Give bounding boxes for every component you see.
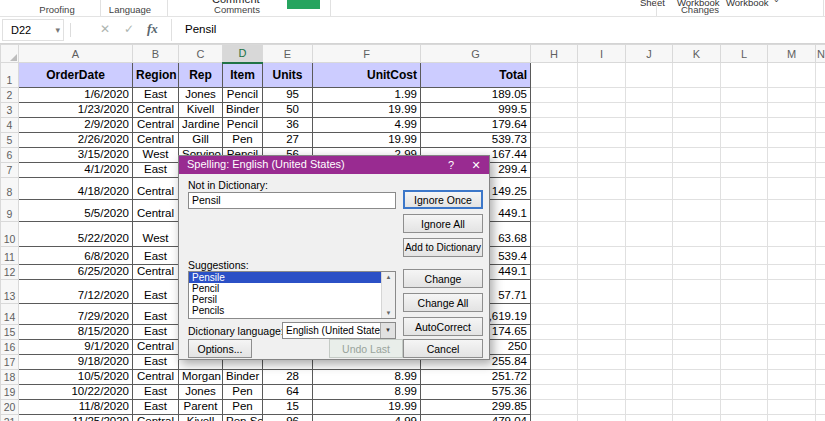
options-button[interactable]: Options... <box>188 339 252 358</box>
cell-J9[interactable] <box>626 200 673 222</box>
cell-B11[interactable]: East <box>133 247 179 265</box>
cell-H17[interactable] <box>531 355 578 370</box>
row-header-13[interactable]: 13 <box>1 280 19 304</box>
cell-J11[interactable] <box>626 247 673 265</box>
insert-function-icon[interactable]: fx <box>147 21 158 37</box>
cell-J8[interactable] <box>626 178 673 200</box>
cell-K10[interactable] <box>673 222 721 247</box>
cell-D4[interactable]: Pencil <box>223 118 263 133</box>
cell-F1[interactable]: UnitCost <box>313 63 421 88</box>
cell-N12[interactable] <box>816 265 825 280</box>
cell-I13[interactable] <box>578 280 626 304</box>
cell-E18[interactable]: 28 <box>263 370 313 385</box>
cell-A18[interactable]: 10/5/2020 <box>19 370 133 385</box>
cell-J13[interactable] <box>626 280 673 304</box>
formula-input[interactable]: Pensil <box>171 19 825 41</box>
row-header-7[interactable]: 7 <box>1 163 19 178</box>
row-header-18[interactable]: 18 <box>1 370 19 385</box>
cell-H2[interactable] <box>531 88 578 103</box>
cell-L11[interactable] <box>721 247 768 265</box>
cell-A20[interactable]: 11/8/2020 <box>19 400 133 415</box>
cell-J17[interactable] <box>626 355 673 370</box>
cell-I8[interactable] <box>578 178 626 200</box>
cell-A19[interactable]: 10/22/2020 <box>19 385 133 400</box>
change-all-button[interactable]: Change All <box>403 293 483 312</box>
cell-F2[interactable]: 1.99 <box>313 88 421 103</box>
cell-K2[interactable] <box>673 88 721 103</box>
ignore-all-button[interactable]: Ignore All <box>403 214 483 233</box>
cell-L3[interactable] <box>721 103 768 118</box>
cell-H5[interactable] <box>531 133 578 148</box>
cell-B18[interactable]: Central <box>133 370 179 385</box>
suggestions-list[interactable]: PensilePencilPersilPencils ▲ ▼ <box>188 271 396 319</box>
cell-A10[interactable]: 5/22/2020 <box>19 222 133 247</box>
scroll-up-icon[interactable]: ▲ <box>382 274 395 280</box>
column-header-E[interactable]: E <box>263 45 313 63</box>
column-header-D[interactable]: D <box>223 45 263 63</box>
cell-B20[interactable]: East <box>133 400 179 415</box>
cell-L1[interactable] <box>721 63 768 88</box>
cell-N7[interactable] <box>816 163 825 178</box>
cell-N20[interactable] <box>816 400 825 415</box>
cell-H8[interactable] <box>531 178 578 200</box>
cell-L18[interactable] <box>721 370 768 385</box>
cell-L5[interactable] <box>721 133 768 148</box>
cell-K17[interactable] <box>673 355 721 370</box>
cell-B21[interactable]: Central <box>133 415 179 421</box>
cell-J20[interactable] <box>626 400 673 415</box>
row-header-1[interactable]: 1 <box>1 63 19 88</box>
column-header-L[interactable]: L <box>721 45 768 63</box>
cell-N17[interactable] <box>816 355 825 370</box>
cell-M18[interactable] <box>768 370 816 385</box>
cell-K13[interactable] <box>673 280 721 304</box>
cell-D21[interactable]: Pen Set <box>223 415 263 421</box>
cell-I19[interactable] <box>578 385 626 400</box>
add-to-dictionary-button[interactable]: Add to Dictionary <box>403 238 483 257</box>
cell-N8[interactable] <box>816 178 825 200</box>
row-header-8[interactable]: 8 <box>1 178 19 200</box>
cell-H3[interactable] <box>531 103 578 118</box>
cell-M14[interactable] <box>768 304 816 325</box>
cancel-button[interactable]: Cancel <box>403 339 483 358</box>
cell-N16[interactable] <box>816 340 825 355</box>
cell-K21[interactable] <box>673 415 721 421</box>
cell-B2[interactable]: East <box>133 88 179 103</box>
cell-I9[interactable] <box>578 200 626 222</box>
cell-L15[interactable] <box>721 325 768 340</box>
cell-A21[interactable]: 11/25/2020 <box>19 415 133 421</box>
cell-E5[interactable]: 27 <box>263 133 313 148</box>
cell-J1[interactable] <box>626 63 673 88</box>
cell-M19[interactable] <box>768 385 816 400</box>
cell-K20[interactable] <box>673 400 721 415</box>
cell-E20[interactable]: 15 <box>263 400 313 415</box>
cell-H9[interactable] <box>531 200 578 222</box>
cell-N21[interactable] <box>816 415 825 421</box>
cell-L19[interactable] <box>721 385 768 400</box>
cell-B13[interactable]: East <box>133 280 179 304</box>
cell-H11[interactable] <box>531 247 578 265</box>
cell-E1[interactable]: Units <box>263 63 313 88</box>
cell-L21[interactable] <box>721 415 768 421</box>
select-all-corner[interactable] <box>1 45 19 63</box>
cell-D1[interactable]: Item <box>223 63 263 88</box>
show-comments-toggle-fragment[interactable] <box>287 0 320 9</box>
cell-M2[interactable] <box>768 88 816 103</box>
cell-A8[interactable]: 4/18/2020 <box>19 178 133 200</box>
column-header-C[interactable]: C <box>179 45 223 63</box>
cell-L2[interactable] <box>721 88 768 103</box>
cell-J2[interactable] <box>626 88 673 103</box>
cell-M20[interactable] <box>768 400 816 415</box>
row-header-5[interactable]: 5 <box>1 133 19 148</box>
row-header-15[interactable]: 15 <box>1 325 19 340</box>
cell-N10[interactable] <box>816 222 825 247</box>
column-header-A[interactable]: A <box>19 45 133 63</box>
row-header-9[interactable]: 9 <box>1 200 19 222</box>
cell-I17[interactable] <box>578 355 626 370</box>
cell-N4[interactable] <box>816 118 825 133</box>
cell-J14[interactable] <box>626 304 673 325</box>
cell-I10[interactable] <box>578 222 626 247</box>
cell-I14[interactable] <box>578 304 626 325</box>
dropdown-arrow-icon[interactable]: ▼ <box>380 323 395 338</box>
cell-F4[interactable]: 4.99 <box>313 118 421 133</box>
suggestion-item[interactable]: Pensile <box>189 272 381 283</box>
